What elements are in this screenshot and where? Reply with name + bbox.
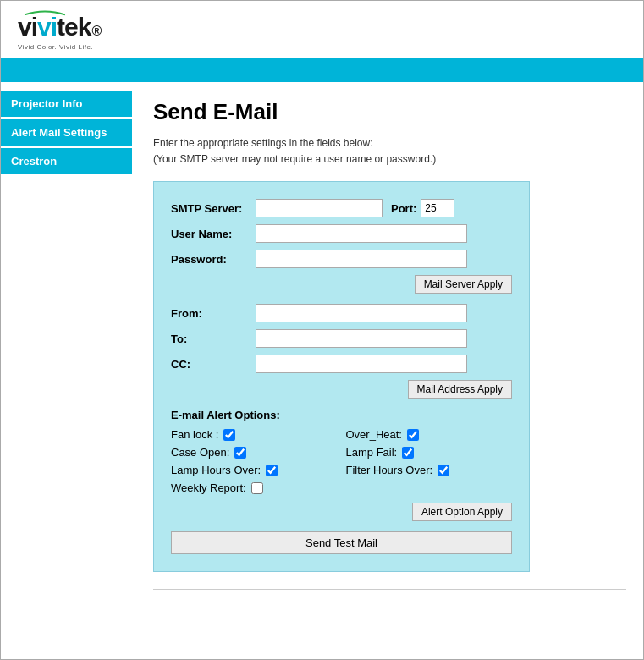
checkbox-fan-lock: Fan lock :: [171, 428, 338, 441]
checkbox-over-heat: Over_Heat:: [346, 428, 513, 441]
smtp-row: Port:: [256, 199, 454, 217]
checkbox-filter-hours-over: Filter Hours Over:: [346, 464, 513, 476]
over-heat-label: Over_Heat:: [346, 428, 402, 441]
smtp-server-row: SMTP Server: Port:: [171, 199, 512, 217]
logo-area: vivitek ® Vivid Color. Vivid Life.: [18, 9, 626, 51]
to-input[interactable]: [256, 329, 467, 348]
from-label: From:: [171, 307, 256, 320]
username-row: User Name:: [171, 224, 512, 243]
smtp-server-label: SMTP Server:: [171, 202, 256, 215]
checkbox-weekly-report: Weekly Report:: [171, 481, 338, 494]
alert-option-apply-button[interactable]: Alert Option Apply: [412, 503, 512, 521]
alert-option-apply-row: Alert Option Apply: [171, 503, 512, 521]
cc-input[interactable]: [256, 355, 467, 373]
page-wrapper: vivitek ® Vivid Color. Vivid Life. Proje…: [0, 0, 644, 660]
page-title: Send E-Mail: [153, 99, 626, 125]
password-label: Password:: [171, 253, 256, 266]
lamp-fail-label: Lamp Fail:: [346, 446, 398, 459]
checkbox-lamp-fail: Lamp Fail:: [346, 446, 513, 459]
cc-label: CC:: [171, 358, 256, 371]
port-input[interactable]: [421, 199, 454, 217]
username-label: User Name:: [171, 228, 256, 240]
fan-lock-checkbox[interactable]: [223, 429, 235, 441]
logo: vivitek ® Vivid Color. Vivid Life.: [18, 9, 102, 51]
send-test-mail-button[interactable]: Send Test Mail: [171, 531, 512, 554]
to-label: To:: [171, 333, 256, 345]
checkbox-case-open: Case Open:: [171, 446, 338, 459]
checkboxes-grid: Fan lock : Over_Heat: Case Open:: [171, 428, 512, 494]
sidebar-item-alert-mail-settings[interactable]: Alert Mail Settings: [1, 119, 132, 146]
mail-server-apply-row: Mail Server Apply: [171, 275, 512, 294]
logo-registered: ®: [91, 24, 102, 39]
description: Enter the appropriate settings in the fi…: [153, 135, 626, 168]
description-line1: Enter the appropriate settings in the fi…: [153, 137, 373, 149]
weekly-report-checkbox[interactable]: [251, 482, 263, 494]
checkbox-lamp-hours-over: Lamp Hours Over:: [171, 464, 338, 476]
lamp-hours-over-checkbox[interactable]: [266, 465, 278, 476]
username-input[interactable]: [256, 224, 467, 243]
filter-hours-over-checkbox[interactable]: [438, 465, 449, 476]
over-heat-checkbox[interactable]: [407, 429, 419, 441]
mail-server-apply-button[interactable]: Mail Server Apply: [415, 275, 512, 294]
sidebar: Projector Info Alert Mail Settings Crest…: [1, 82, 132, 607]
filter-hours-over-label: Filter Hours Over:: [346, 464, 433, 476]
port-label: Port:: [391, 202, 416, 215]
main-content: Send E-Mail Enter the appropriate settin…: [132, 82, 643, 607]
mail-address-apply-row: Mail Address Apply: [171, 380, 512, 399]
cc-row: CC:: [171, 355, 512, 373]
smtp-server-input[interactable]: [256, 199, 383, 217]
logo-tagline: Vivid Color. Vivid Life.: [18, 43, 93, 51]
sidebar-item-projector-info[interactable]: Projector Info: [1, 91, 132, 117]
header: vivitek ® Vivid Color. Vivid Life.: [1, 1, 643, 58]
from-input[interactable]: [256, 304, 467, 322]
password-row: Password:: [171, 250, 512, 268]
mail-address-apply-button[interactable]: Mail Address Apply: [408, 380, 512, 399]
to-row: To:: [171, 329, 512, 348]
lamp-hours-over-label: Lamp Hours Over:: [171, 464, 261, 476]
logo-text: vivitek: [18, 13, 91, 41]
case-open-checkbox[interactable]: [234, 447, 246, 459]
top-bar: [1, 58, 643, 82]
form-panel: SMTP Server: Port: User Name: Password:: [153, 181, 530, 572]
footer-line: [153, 589, 626, 590]
sidebar-item-crestron[interactable]: Crestron: [1, 148, 132, 174]
case-open-label: Case Open:: [171, 446, 229, 459]
fan-lock-label: Fan lock :: [171, 428, 218, 441]
lamp-fail-checkbox[interactable]: [402, 447, 414, 459]
content-area: Projector Info Alert Mail Settings Crest…: [1, 82, 643, 607]
password-input[interactable]: [256, 250, 467, 268]
description-line2: (Your SMTP server may not require a user…: [153, 153, 436, 165]
alert-options-title: E-mail Alert Options:: [171, 409, 512, 421]
from-row: From:: [171, 304, 512, 322]
weekly-report-label: Weekly Report:: [171, 481, 246, 494]
